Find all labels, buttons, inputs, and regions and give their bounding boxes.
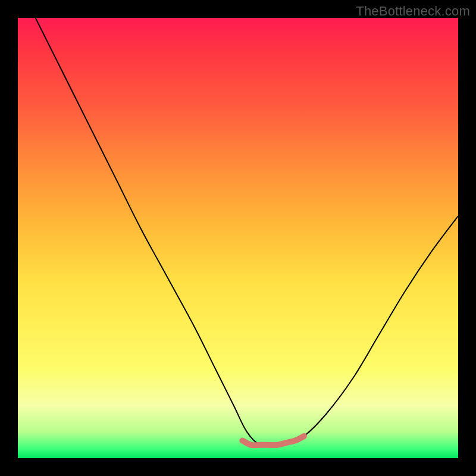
watermark-text: TheBottleneck.com xyxy=(356,4,470,19)
bottleneck-curve-path xyxy=(36,18,458,446)
chart-svg xyxy=(18,18,458,458)
chart-frame: TheBottleneck.com xyxy=(0,0,476,476)
plot-area xyxy=(18,18,458,458)
